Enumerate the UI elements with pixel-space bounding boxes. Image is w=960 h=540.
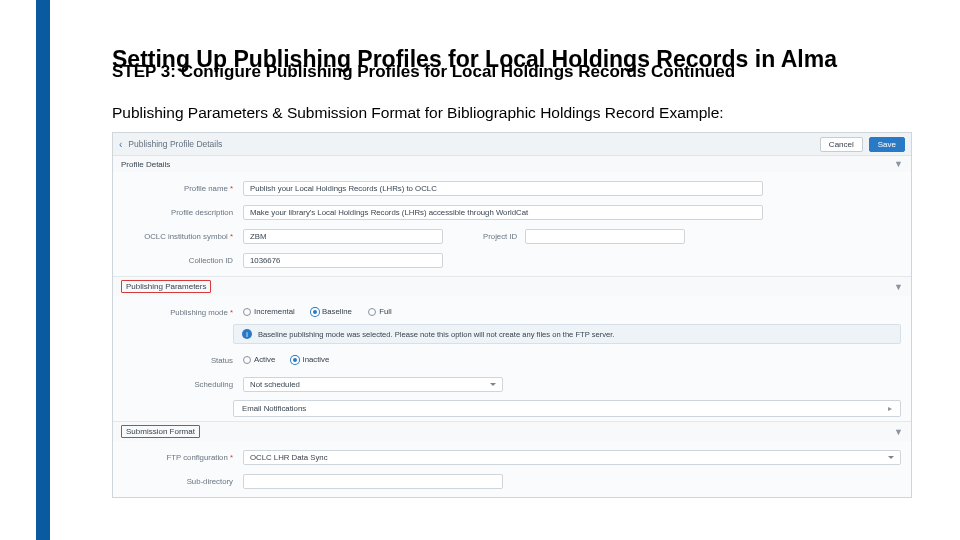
ftp-config-select[interactable]: OCLC LHR Data Sync: [243, 450, 901, 465]
chevron-down-icon: ▼: [894, 427, 903, 437]
section-header-publishing-parameters[interactable]: Publishing Parameters ▼: [113, 277, 911, 296]
section-profile-details: Profile Details ▼ Profile name Publish y…: [113, 156, 911, 277]
section-publishing-parameters: Publishing Parameters ▼ Publishing mode …: [113, 277, 911, 422]
info-icon: i: [242, 329, 252, 339]
project-id-input[interactable]: [525, 229, 685, 244]
email-notifications-expander[interactable]: Email Notifications ▸: [233, 400, 901, 417]
label-project-id: Project ID: [483, 232, 517, 241]
label-profile-desc: Profile description: [123, 208, 243, 217]
section-submission-format: Submission Format ▼ FTP configuration OC…: [113, 422, 911, 497]
label-collection-id: Collection ID: [123, 256, 243, 265]
label-oclc-symbol: OCLC institution symbol: [123, 232, 243, 241]
chevron-right-icon: ▸: [888, 404, 892, 413]
back-chevron-icon[interactable]: ‹: [119, 139, 122, 150]
section-title: Publishing Parameters: [121, 280, 211, 293]
label-ftp-config: FTP configuration: [123, 453, 243, 462]
example-caption: Publishing Parameters & Submission Forma…: [112, 104, 912, 122]
profile-desc-input[interactable]: Make your library's Local Holdings Recor…: [243, 205, 763, 220]
collection-id-input[interactable]: 1036676: [243, 253, 443, 268]
oclc-symbol-input[interactable]: ZBM: [243, 229, 443, 244]
radio-active[interactable]: Active: [243, 355, 275, 364]
radio-full[interactable]: Full: [368, 307, 392, 316]
label-profile-name: Profile name: [123, 184, 243, 193]
save-button[interactable]: Save: [869, 137, 905, 152]
info-text: Baseline publishing mode was selected. P…: [258, 330, 615, 339]
alma-screenshot: ‹ Publishing Profile Details Cancel Save…: [112, 132, 912, 498]
radio-baseline[interactable]: Baseline: [311, 307, 352, 316]
label-publishing-mode: Publishing mode: [123, 308, 243, 317]
label-status: Status: [123, 356, 243, 365]
chevron-down-icon: ▼: [894, 282, 903, 292]
breadcrumb: Publishing Profile Details: [128, 139, 222, 149]
label-sub-directory: Sub-directory: [123, 477, 243, 486]
section-title: Submission Format: [121, 425, 200, 438]
cancel-button[interactable]: Cancel: [820, 137, 863, 152]
step-heading: STEP 3: Configure Publishing Profiles fo…: [112, 62, 912, 82]
slide-accent-bar: [36, 0, 50, 540]
radio-inactive[interactable]: Inactive: [291, 355, 329, 364]
label-scheduling: Scheduling: [123, 380, 243, 389]
profile-name-input[interactable]: Publish your Local Holdings Records (LHR…: [243, 181, 763, 196]
radio-incremental[interactable]: Incremental: [243, 307, 295, 316]
section-title: Profile Details: [121, 160, 170, 169]
section-header-submission-format[interactable]: Submission Format ▼: [113, 422, 911, 441]
section-header-profile-details[interactable]: Profile Details ▼: [113, 156, 911, 172]
sub-directory-input[interactable]: [243, 474, 503, 489]
chevron-down-icon: ▼: [894, 159, 903, 169]
baseline-info-banner: i Baseline publishing mode was selected.…: [233, 324, 901, 344]
scheduling-select[interactable]: Not scheduled: [243, 377, 503, 392]
page-header: ‹ Publishing Profile Details Cancel Save: [113, 133, 911, 156]
